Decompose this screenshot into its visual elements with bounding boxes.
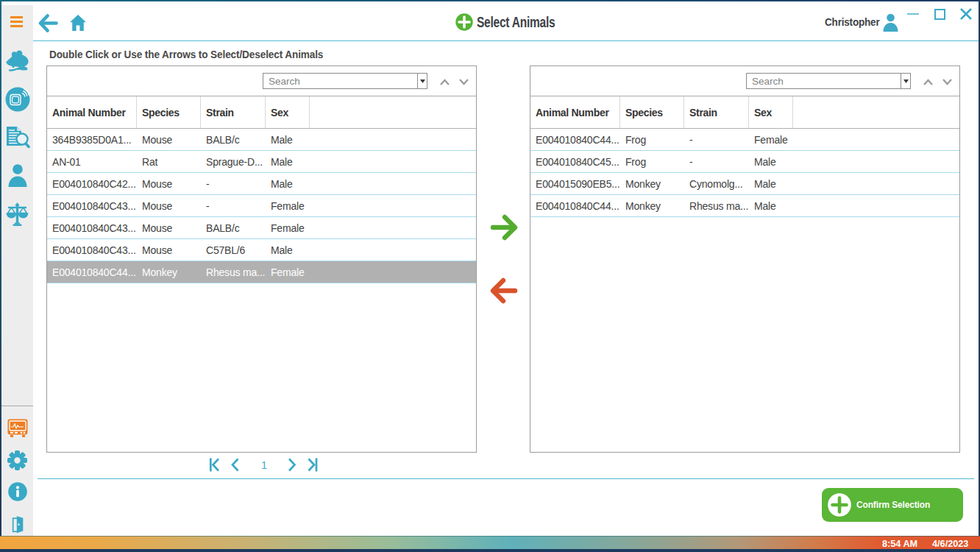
svg-text:1: 1 xyxy=(261,459,267,471)
